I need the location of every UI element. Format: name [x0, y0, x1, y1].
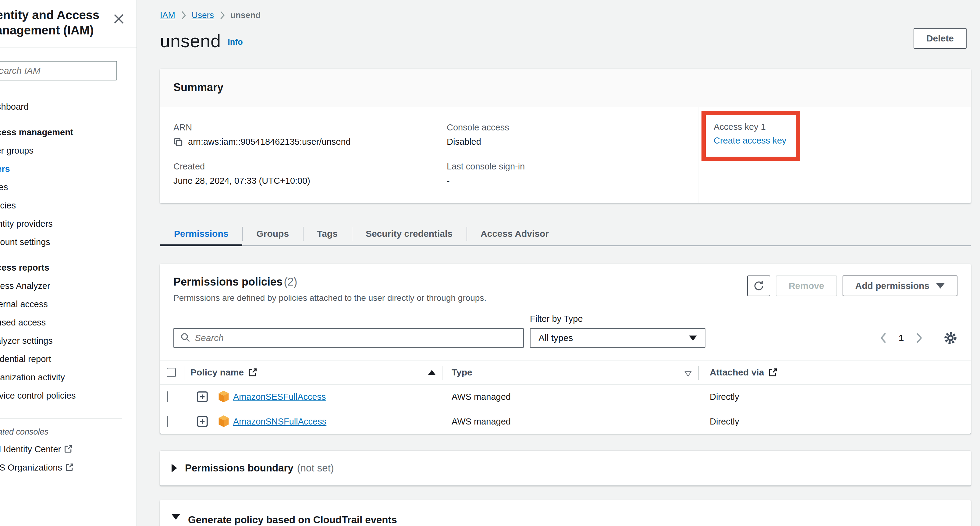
remove-button[interactable]: Remove [776, 275, 837, 296]
managed-policy-icon [218, 391, 229, 403]
info-link[interactable]: Info [228, 38, 243, 47]
expand-row-icon[interactable] [197, 416, 208, 427]
policies-header: Permissions policies (2) Permissions are… [160, 275, 971, 303]
sidebar-item-identity-providers[interactable]: Identity providers [0, 215, 137, 233]
arn-label: ARN [173, 122, 433, 133]
sidebar-item-analyzer-settings[interactable]: Analyzer settings [0, 332, 137, 350]
console-access-value: Disabled [447, 137, 698, 147]
policies-description: Permissions are defined by policies atta… [173, 293, 486, 303]
sidebar-item-user-groups[interactable]: User groups [0, 141, 137, 160]
sidebar-rule [0, 418, 122, 419]
access-key-label: Access key 1 [714, 122, 796, 132]
generate-policy-card[interactable]: Generate policy based on CloudTrail even… [160, 500, 971, 526]
search-icon [180, 332, 191, 344]
header-attached-via[interactable]: Attached via [699, 361, 971, 384]
policies-filter-row: Filter by Type All types 1 [160, 314, 971, 348]
sidebar-item-policies[interactable]: Policies [0, 196, 137, 215]
attached-via-value: Directly [699, 392, 971, 402]
sidebar-item-unused-access[interactable]: Unused access [0, 313, 137, 332]
table-header-row: Policy name Type Attached via [160, 360, 971, 385]
sort-inactive-icon[interactable] [684, 369, 692, 376]
permissions-boundary-card[interactable]: Permissions boundary (not set) [160, 451, 971, 485]
header-type[interactable]: Type [442, 361, 699, 384]
page-number[interactable]: 1 [899, 333, 904, 343]
add-permissions-button[interactable]: Add permissions [843, 275, 958, 296]
tab-groups[interactable]: Groups [242, 223, 303, 245]
collapse-section-icon[interactable] [172, 514, 180, 520]
select-all-checkbox[interactable] [167, 368, 176, 377]
copy-icon[interactable] [173, 137, 183, 147]
policy-link[interactable]: AmazonSESFullAccess [233, 392, 326, 402]
type-filter-value: All types [538, 333, 573, 343]
sort-ascending-icon[interactable] [428, 370, 436, 375]
pagination: 1 [879, 328, 958, 348]
summary-header: Summary [160, 69, 971, 107]
search-iam-input[interactable] [0, 61, 117, 81]
sidebar-item-users[interactable]: Users [0, 160, 137, 178]
table-row: AmazonSESFullAccess AWS managed Directly [160, 385, 971, 409]
delete-button[interactable]: Delete [913, 28, 967, 49]
user-detail-tabs: Permissions Groups Tags Security credent… [160, 223, 971, 246]
summary-card: Summary ARN arn:aws:iam::905418462135:us… [160, 69, 971, 203]
sidebar-item-dashboard[interactable]: Dashboard [0, 97, 137, 116]
policies-title: Permissions policies [173, 275, 283, 288]
sidebar-item-account-settings[interactable]: Account settings [0, 233, 137, 251]
header-policy-name[interactable]: Policy name [185, 361, 442, 384]
sidebar-item-organization-activity[interactable]: Organization activity [0, 368, 137, 386]
sidebar-item-label: AWS Organizations [0, 462, 62, 472]
main-panel: IAM Users unsend unsend Info Delete Summ… [137, 0, 980, 526]
sidebar-item-iam-identity-center[interactable]: IAM Identity Center [0, 440, 137, 458]
create-access-key-link[interactable]: Create access key [714, 136, 786, 145]
sidebar-item-credential-report[interactable]: Credential report [0, 350, 137, 368]
chevron-down-icon [689, 335, 697, 341]
gear-icon[interactable] [943, 331, 958, 345]
policy-link[interactable]: AmazonSNSFullAccess [233, 416, 326, 427]
sidebar-item-aws-organizations[interactable]: AWS Organizations [0, 458, 137, 477]
header-select-cell [160, 361, 185, 384]
sidebar-item-external-access[interactable]: External access [0, 295, 137, 313]
policy-search-input[interactable] [195, 329, 523, 347]
sidebar-title: Identity and Access Management (IAM) [0, 7, 116, 38]
console-access-label: Console access [447, 122, 698, 133]
sidebar-group-access-management: Access management [0, 123, 137, 141]
type-filter-select[interactable]: All types [530, 328, 705, 348]
tab-permissions[interactable]: Permissions [160, 223, 242, 245]
chevron-right-icon [220, 11, 225, 20]
policy-search-box [173, 328, 524, 348]
expand-section-icon[interactable] [172, 464, 177, 472]
created-value: June 28, 2024, 07:33 (UTC+10:00) [173, 176, 433, 186]
policies-actions: Remove Add permissions [747, 275, 958, 296]
breadcrumb-iam-link[interactable]: IAM [160, 9, 175, 21]
expand-row-icon[interactable] [197, 391, 208, 402]
refresh-button[interactable] [747, 275, 770, 296]
external-link-icon [768, 368, 777, 377]
add-permissions-label: Add permissions [855, 281, 929, 291]
created-label: Created [173, 162, 433, 172]
policy-type-value: AWS managed [442, 392, 699, 402]
sidebar-divider [0, 47, 137, 48]
sidebar-group-access-reports: Access reports [0, 258, 137, 277]
external-link-icon [248, 368, 257, 377]
tab-access-advisor[interactable]: Access Advisor [466, 223, 563, 245]
next-page-icon[interactable] [915, 332, 923, 344]
row-checkbox[interactable] [167, 416, 168, 427]
type-header-label: Type [452, 367, 473, 378]
row-checkbox[interactable] [167, 391, 168, 402]
external-link-icon [64, 441, 73, 450]
chevron-right-icon [181, 11, 186, 20]
attached-via-value: Directly [699, 416, 971, 427]
tab-tags[interactable]: Tags [303, 223, 352, 245]
page-header: unsend Info Delete [160, 30, 971, 55]
previous-page-icon[interactable] [879, 332, 887, 344]
sidebar-item-roles[interactable]: Roles [0, 178, 137, 196]
sidebar-group-related-consoles: Related consoles [0, 424, 137, 440]
close-icon[interactable] [113, 13, 125, 25]
arn-value: arn:aws:iam::905418462135:user/unsend [188, 137, 351, 147]
sidebar-item-access-analyzer[interactable]: Access Analyzer [0, 277, 137, 295]
summary-col-console: Console access Disabled Last console sig… [433, 107, 698, 203]
sidebar-item-service-control-policies[interactable]: Service control policies [0, 386, 137, 405]
breadcrumb-users-link[interactable]: Users [192, 9, 214, 21]
summary-body: ARN arn:aws:iam::905418462135:user/unsen… [160, 107, 971, 203]
tab-security-credentials[interactable]: Security credentials [352, 223, 466, 245]
summary-title: Summary [173, 81, 958, 94]
